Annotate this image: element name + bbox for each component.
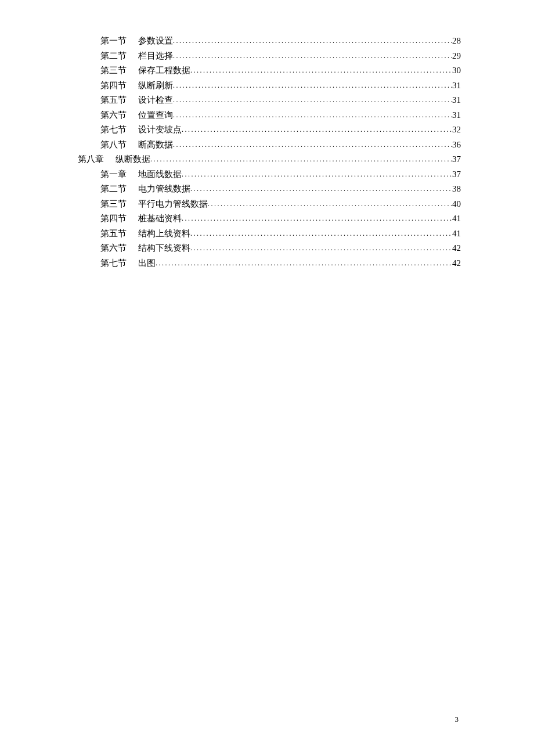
toc-page-number: 41 [452, 211, 461, 226]
toc-label: 第一章 [100, 167, 127, 182]
toc-title: 地面线数据 [138, 167, 182, 182]
toc-leader-dots [190, 241, 452, 255]
toc-leader-dots [150, 152, 452, 167]
toc-title: 平行电力管线数据 [138, 197, 208, 211]
toc-label: 第四节 [100, 78, 127, 93]
toc-title: 纵断数据 [116, 152, 150, 167]
page-number: 3 [455, 715, 459, 724]
toc-entry: 第八章纵断数据37 [78, 152, 461, 167]
toc-label: 第五节 [100, 93, 127, 107]
toc-leader-dots [182, 167, 452, 182]
toc-entry: 第二节电力管线数据38 [100, 182, 461, 197]
toc-entry: 第六节位置查询31 [100, 108, 461, 123]
toc-leader-dots [156, 256, 452, 271]
toc-page-number: 31 [452, 78, 461, 93]
toc-page-number: 28 [452, 34, 461, 48]
toc-label: 第六节 [100, 108, 127, 123]
toc-page-number: 36 [452, 138, 461, 152]
toc-title: 断高数据 [138, 138, 173, 152]
toc-leader-dots [208, 197, 452, 211]
toc-entry: 第一节参数设置28 [100, 34, 461, 49]
toc-title: 参数设置 [138, 34, 173, 48]
toc-entry: 第五节设计检查31 [100, 93, 461, 108]
toc-page-number: 37 [452, 167, 461, 182]
toc-label: 第八节 [100, 138, 127, 152]
toc-label: 第八章 [78, 152, 104, 167]
toc-leader-dots [173, 34, 452, 48]
toc-leader-dots [182, 123, 452, 137]
toc-label: 第四节 [100, 211, 127, 226]
toc-leader-dots [173, 108, 452, 123]
toc-label: 第七节 [100, 123, 127, 137]
toc-page-number: 31 [452, 108, 461, 123]
toc-leader-dots [173, 78, 452, 93]
toc-entry: 第一章地面线数据37 [100, 167, 461, 182]
toc-page-number: 30 [452, 63, 461, 78]
toc-entry: 第八节断高数据36 [100, 138, 461, 153]
toc-entry: 第七节出图42 [100, 256, 461, 271]
toc-entry: 第三节平行电力管线数据40 [100, 197, 461, 212]
toc-page-number: 29 [452, 49, 461, 63]
toc-entry: 第三节保存工程数据30 [100, 63, 461, 78]
toc-container: 第一节参数设置28第二节栏目选择29第三节保存工程数据30第四节纵断刷新31第五… [78, 34, 461, 271]
toc-title: 纵断刷新 [138, 78, 173, 93]
toc-entry: 第四节纵断刷新31 [100, 78, 461, 93]
toc-leader-dots [173, 93, 452, 107]
toc-label: 第七节 [100, 256, 127, 271]
toc-label: 第二节 [100, 49, 127, 63]
toc-entry: 第二节栏目选择29 [100, 49, 461, 64]
toc-page-number: 41 [452, 226, 461, 241]
toc-title: 出图 [138, 256, 156, 271]
toc-label: 第五节 [100, 226, 127, 241]
toc-leader-dots [173, 138, 452, 152]
toc-title: 保存工程数据 [138, 63, 190, 78]
toc-page-number: 37 [452, 152, 461, 167]
toc-leader-dots [182, 211, 452, 226]
toc-title: 设计变坡点 [138, 123, 182, 137]
toc-title: 设计检查 [138, 93, 173, 107]
toc-page-number: 38 [452, 182, 461, 196]
toc-title: 栏目选择 [138, 49, 173, 63]
toc-page-number: 42 [452, 256, 461, 271]
toc-title: 桩基础资料 [138, 211, 182, 226]
toc-label: 第二节 [100, 182, 127, 196]
toc-title: 结构下线资料 [138, 241, 190, 255]
toc-entry: 第七节设计变坡点32 [100, 123, 461, 138]
toc-page-number: 42 [452, 241, 461, 255]
toc-page-number: 31 [452, 93, 461, 107]
toc-title: 电力管线数据 [138, 182, 190, 196]
toc-entry: 第四节桩基础资料41 [100, 211, 461, 226]
toc-page-number: 32 [452, 123, 461, 137]
toc-label: 第一节 [100, 34, 127, 48]
toc-leader-dots [190, 182, 452, 196]
toc-title: 结构上线资料 [138, 226, 190, 241]
toc-leader-dots [190, 226, 452, 241]
toc-entry: 第六节结构下线资料42 [100, 241, 461, 256]
toc-leader-dots [173, 49, 452, 63]
toc-entry: 第五节结构上线资料41 [100, 226, 461, 242]
toc-label: 第六节 [100, 241, 127, 255]
toc-label: 第三节 [100, 197, 127, 211]
toc-title: 位置查询 [138, 108, 173, 123]
toc-page-number: 40 [452, 197, 461, 211]
toc-label: 第三节 [100, 63, 127, 78]
toc-leader-dots [190, 63, 452, 78]
